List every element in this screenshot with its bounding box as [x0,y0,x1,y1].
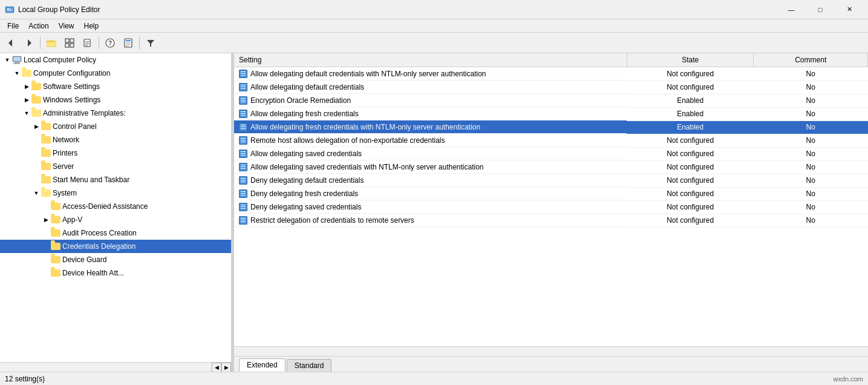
help-button[interactable]: ? [102,35,119,51]
expander-network: ▶ [31,135,41,145]
tree-scroll-right[interactable]: ▶ [221,363,231,372]
menu-action[interactable]: Action [24,21,53,31]
tree-label-administrative-templates: Administrative Templates: [43,109,126,117]
row-state: Enabled [627,107,754,120]
forward-button[interactable] [21,35,38,51]
tree-item-system[interactable]: ▼ System [0,186,231,200]
tree-item-computer-configuration[interactable]: ▼ Computer Configuration [0,67,231,80]
menu-help[interactable]: Help [79,21,104,31]
row-policy-icon [239,96,247,105]
col-header-comment[interactable]: Comment [754,53,868,67]
row-state: Not configured [627,214,754,227]
tree-item-credentials-delegation[interactable]: ▶ Credentials Delegation [0,240,231,253]
row-setting-text: Allow delegating default credentials [250,83,364,91]
tree-scroll[interactable]: ▼ Local Computer Policy ▼ Compute [0,53,231,362]
tree-item-control-panel[interactable]: ▶ Control Panel [0,120,231,133]
tree-item-start-menu[interactable]: ▶ Start Menu and Taskbar [0,173,231,186]
settings-list: Setting State Comment Allow delegating d… [234,53,868,228]
table-row[interactable]: Deny delegating saved credentialsNot con… [234,200,868,214]
properties-button[interactable] [120,35,137,51]
open-folder-button[interactable] [43,35,60,51]
table-hscroll[interactable] [234,346,868,356]
row-comment: No [754,147,868,160]
tree-item-server[interactable]: ▶ Server [0,160,231,173]
row-comment: No [754,120,868,134]
tab-standard[interactable]: Standard [287,359,332,372]
folder-printers [41,148,51,158]
expander-control-panel: ▶ [31,122,41,131]
window-controls: — □ ✕ [777,0,863,19]
expander-printers: ▶ [31,148,41,158]
table-row[interactable]: Allow delegating saved credentials with … [234,160,868,174]
folder-windows-settings [31,95,41,105]
right-panel: Setting State Comment Allow delegating d… [234,53,868,372]
svg-rect-25 [13,57,21,61]
table-row[interactable]: Deny delegating fresh credentialsNot con… [234,187,868,200]
export-button[interactable] [79,35,96,51]
tree-scroll-left[interactable]: ◀ [212,363,221,372]
table-row[interactable]: Allow delegating fresh credentialsEnable… [234,107,868,120]
row-state: Not configured [627,81,754,94]
filter-button[interactable] [142,35,159,51]
tree-item-administrative-templates[interactable]: ▼ Administrative Templates: [0,107,231,120]
tree-item-app-v[interactable]: ▶ App-V [0,213,231,226]
svg-marker-5 [28,39,31,47]
tree-item-access-denied[interactable]: ▶ Access-Denied Assistance [0,200,231,213]
minimize-button[interactable]: — [777,0,805,19]
tab-extended[interactable]: Extended [239,358,286,372]
folder-device-health [51,268,60,278]
folder-server [41,162,51,171]
grid-button[interactable] [61,35,78,51]
app-icon [5,5,15,15]
svg-rect-7 [47,42,56,47]
tree-item-windows-settings[interactable]: ▶ Windows Settings [0,93,231,107]
menu-file[interactable]: File [2,21,24,31]
row-policy-icon [239,216,247,225]
svg-rect-27 [13,64,21,64]
col-header-state[interactable]: State [627,53,754,67]
table-row[interactable]: Restrict delegation of credentials to re… [234,214,868,227]
table-row[interactable]: Remote host allows delegation of non-exp… [234,134,868,147]
col-header-setting[interactable]: Setting [234,53,627,67]
table-row[interactable]: Allow delegating saved credentialsNot co… [234,147,868,160]
svg-text:?: ? [108,40,112,47]
folder-administrative-templates [31,108,41,118]
settings-table[interactable]: Setting State Comment Allow delegating d… [234,53,868,346]
row-state: Not configured [627,160,754,174]
tree-item-software-settings[interactable]: ▶ Software Settings [0,80,231,93]
close-button[interactable]: ✕ [835,0,863,19]
table-row[interactable]: Allow delegating default credentialsNot … [234,81,868,94]
status-bar: 12 setting(s) wxdn.com [0,372,868,385]
expander-access-denied: ▶ [41,202,51,211]
row-state: Not configured [627,174,754,187]
svg-rect-19 [126,40,131,41]
tree-label-control-panel: Control Panel [53,122,97,131]
maximize-button[interactable]: □ [806,0,834,19]
back-button[interactable] [2,35,19,51]
tree-hscroll[interactable]: ◀ ▶ [0,362,231,372]
tree-item-printers[interactable]: ▶ Printers [0,146,231,160]
title-bar: Local Group Policy Editor — □ ✕ [0,0,868,19]
tree-label-audit-process: Audit Process Creation [62,229,137,237]
table-row[interactable]: Allow delegating fresh credentials with … [234,120,868,134]
row-policy-icon [239,123,247,131]
tree-item-device-guard[interactable]: ▶ Device Guard [0,253,231,266]
expander-audit-process: ▶ [41,228,51,238]
tree-item-audit-process[interactable]: ▶ Audit Process Creation [0,226,231,240]
tree-item-device-health[interactable]: ▶ Device Health Att... [0,266,231,280]
folder-computer-configuration [22,68,31,78]
menu-bar: File Action View Help [0,19,868,33]
tree-item-local-computer-policy[interactable]: ▼ Local Computer Policy [0,53,231,67]
svg-rect-11 [70,44,74,47]
row-comment: No [754,214,868,227]
expander-administrative-templates: ▼ [22,108,31,118]
expander-start-menu: ▶ [31,175,41,185]
tree-item-network[interactable]: ▶ Network [0,133,231,146]
menu-view[interactable]: View [54,21,79,31]
row-policy-icon [239,189,247,198]
table-row[interactable]: Allow delegating default credentials wit… [234,67,868,81]
row-setting-text: Remote host allows delegation of non-exp… [250,136,445,145]
tree-label-credentials-delegation: Credentials Delegation [62,242,135,251]
table-row[interactable]: Deny delegating default credentialsNot c… [234,174,868,187]
table-row[interactable]: Encryption Oracle RemediationEnabledNo [234,94,868,107]
